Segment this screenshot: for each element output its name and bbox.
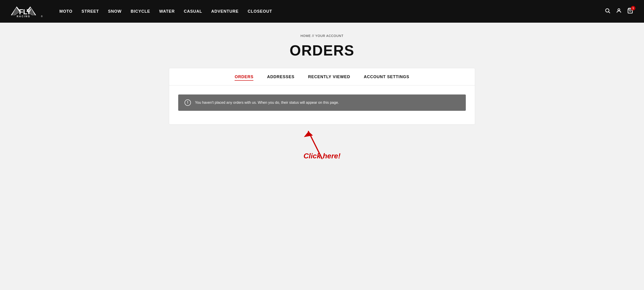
- site-header: FLY RACING ® MOTO STREET SNOW BICYCLE WA…: [0, 0, 644, 23]
- logo[interactable]: FLY RACING ®: [11, 5, 46, 18]
- search-button[interactable]: [604, 8, 610, 15]
- cart-count: 1: [631, 6, 636, 11]
- nav-snow[interactable]: SNOW: [108, 9, 122, 14]
- nav-adventure[interactable]: ADVENTURE: [211, 9, 239, 14]
- svg-marker-12: [304, 131, 313, 137]
- nav-water[interactable]: WATER: [159, 9, 175, 14]
- main-content: HOME // YOUR ACCOUNT ORDERS ORDERS ADDRE…: [164, 23, 480, 188]
- breadcrumb: HOME // YOUR ACCOUNT: [169, 34, 475, 38]
- svg-text:FLY: FLY: [19, 8, 31, 16]
- tab-recently-viewed[interactable]: RECENTLY VIEWED: [308, 75, 350, 81]
- svg-text:®: ®: [41, 15, 43, 18]
- account-button[interactable]: [616, 8, 622, 15]
- main-nav: MOTO STREET SNOW BICYCLE WATER CASUAL AD…: [59, 9, 604, 14]
- tab-account-settings[interactable]: ACCOUNT SETTINGS: [364, 75, 410, 81]
- svg-point-7: [606, 9, 609, 12]
- click-here-text: Click here!: [304, 152, 340, 160]
- breadcrumb-current: YOUR ACCOUNT: [315, 34, 344, 38]
- annotation-arrow: [299, 125, 345, 161]
- breadcrumb-home[interactable]: HOME: [300, 34, 311, 38]
- logo-image: FLY RACING ®: [11, 5, 46, 18]
- svg-line-8: [609, 12, 610, 13]
- nav-street[interactable]: STREET: [82, 9, 99, 14]
- annotation-area: Click here!: [169, 125, 475, 170]
- nav-casual[interactable]: CASUAL: [184, 9, 202, 14]
- nav-bicycle[interactable]: BICYCLE: [131, 9, 150, 14]
- tab-addresses[interactable]: ADDRESSES: [267, 75, 294, 81]
- card-content: ! You haven't placed any orders with us.…: [169, 85, 475, 124]
- svg-marker-1: [12, 8, 20, 15]
- tab-orders[interactable]: ORDERS: [234, 75, 254, 81]
- cart-button[interactable]: 1: [627, 8, 633, 15]
- account-card: ORDERS ADDRESSES RECENTLY VIEWED ACCOUNT…: [169, 68, 475, 125]
- no-orders-alert: ! You haven't placed any orders with us.…: [178, 95, 466, 111]
- breadcrumb-separator: //: [312, 34, 315, 38]
- svg-text:RACING: RACING: [17, 15, 30, 18]
- svg-point-9: [618, 9, 620, 11]
- svg-line-11: [308, 131, 322, 159]
- tabs: ORDERS ADDRESSES RECENTLY VIEWED ACCOUNT…: [169, 68, 475, 85]
- nav-closeout[interactable]: CLOSEOUT: [248, 9, 272, 14]
- alert-message: You haven't placed any orders with us. W…: [195, 101, 339, 105]
- header-icons: 1: [604, 8, 633, 15]
- page-title: ORDERS: [169, 42, 475, 59]
- alert-icon: !: [184, 100, 191, 106]
- nav-moto[interactable]: MOTO: [59, 9, 72, 14]
